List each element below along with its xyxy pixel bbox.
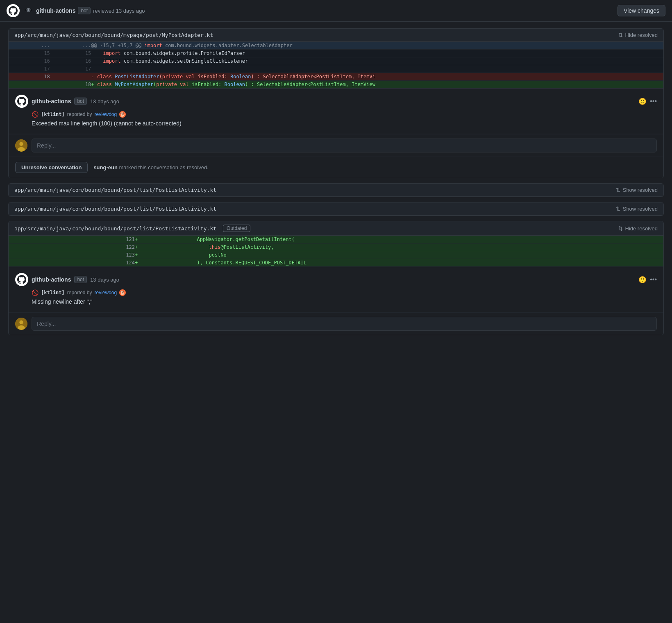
show-resolved-3[interactable]: ⇅ Show resolved <box>616 206 658 212</box>
svg-point-5 <box>18 325 25 330</box>
comment-header-4: github-actions bot 13 days ago 🙂 ••• <box>15 273 657 286</box>
comment-body-4: 🚫 [ktlint] reported by reviewdog 🐕 Missi… <box>32 289 657 306</box>
file-header-4: app/src/main/java/com/bound/bound/post/l… <box>9 221 663 236</box>
outdated-badge: Outdated <box>223 225 250 232</box>
comment-text-1: Exceeded max line length (100) (cannot b… <box>32 119 657 128</box>
reviewdog-link-1[interactable]: reviewdog <box>95 111 117 117</box>
diff-add-row: 18 + class MyPostAdapter(private val isE… <box>9 81 663 89</box>
comment-bot-badge-1: bot <box>74 98 87 105</box>
comment-item-4: github-actions bot 13 days ago 🙂 ••• 🚫 [… <box>9 267 663 312</box>
diff-hunk-row: ... ... @@ -15,7 +15,7 @@ import com.bou… <box>9 42 663 50</box>
avatar-github-actions-4 <box>15 273 28 286</box>
comment-time-4: 13 days ago <box>90 277 119 283</box>
comment-item-1: github-actions bot 13 days ago 🙂 ••• 🚫 [… <box>9 89 663 134</box>
view-changes-button[interactable]: View changes <box>618 5 665 16</box>
resolve-text-1: sung-eun marked this conversation as res… <box>93 164 208 171</box>
file-header-3: app/src/main/java/com/bound/bound/post/l… <box>9 202 663 216</box>
reviewdog-avatar-1: 🐕 <box>119 111 126 118</box>
file-path-1: app/src/main/java/com/bound/bound/mypage… <box>14 32 213 38</box>
svg-point-1 <box>19 142 23 146</box>
diff-add-row-121: 121 + AppNavigator.getPostDetailIntent( <box>9 236 663 243</box>
svg-point-2 <box>18 147 25 152</box>
diff-add-row-123: 123 + postNo <box>9 251 663 259</box>
reply-avatar-1 <box>15 139 27 152</box>
reported-by-text-4: reported by <box>67 290 92 296</box>
diff-row: 17 17 <box>9 65 663 73</box>
reviewed-time: reviewed 13 days ago <box>93 8 145 14</box>
collapse-icon-1: ⇅ <box>618 32 623 38</box>
file-block-mypostadapter: app/src/main/java/com/bound/bound/mypage… <box>8 28 664 178</box>
hide-resolved-1[interactable]: ⇅ Hide resolved <box>618 32 658 38</box>
comment-time-1: 13 days ago <box>90 98 119 105</box>
resolve-section-1: Unresolve conversation sung-eun marked t… <box>9 157 663 178</box>
reviewer-info: github-actions bot reviewed 13 days ago <box>36 7 613 14</box>
collapse-icon-3: ⇅ <box>616 206 620 212</box>
comment-header-1: github-actions bot 13 days ago 🙂 ••• <box>15 95 657 108</box>
diff-table-4: 121 + AppNavigator.getPostDetailIntent( … <box>9 236 663 267</box>
diff-del-row: 18 - class PostListAdapter(private val i… <box>9 73 663 81</box>
unresolve-button-1[interactable]: Unresolve conversation <box>15 162 88 173</box>
file-block-postlistactivity-2: app/src/main/java/com/bound/bound/post/l… <box>8 202 664 216</box>
show-resolved-2[interactable]: ⇅ Show resolved <box>616 187 658 193</box>
file-block-postlistactivity-outdated: app/src/main/java/com/bound/bound/post/l… <box>8 221 664 335</box>
no-entry-icon-4: 🚫 <box>32 289 39 296</box>
ktlint-badge-1: [ktlint] <box>41 111 65 117</box>
collapse-icon-2: ⇅ <box>616 187 620 193</box>
emoji-reaction-icon-4[interactable]: 🙂 <box>638 276 647 284</box>
file-path-2: app/src/main/java/com/bound/bound/post/l… <box>14 187 216 193</box>
file-header-1: app/src/main/java/com/bound/bound/mypage… <box>9 29 663 42</box>
reply-input-1[interactable]: Reply... <box>32 139 657 152</box>
reviewdog-avatar-4: 🐕 <box>119 289 126 296</box>
collapse-icon-4: ⇅ <box>618 225 623 232</box>
diff-row: 16 16 import com.bound.widgets.setOnSing… <box>9 57 663 65</box>
reviewer-name: github-actions <box>36 7 75 14</box>
comment-body-1: 🚫 [ktlint] reported by reviewdog 🐕 Excee… <box>32 111 657 128</box>
line-num-right: ... <box>50 42 91 50</box>
file-path-3: app/src/main/java/com/bound/bound/post/l… <box>14 206 216 212</box>
line-code: @@ -15,7 +15,7 @@ import com.bound.widge… <box>91 42 663 50</box>
avatar-github-actions-1 <box>15 95 28 108</box>
comment-author-4: github-actions <box>32 276 71 283</box>
diff-table-1: ... ... @@ -15,7 +15,7 @@ import com.bou… <box>9 42 663 89</box>
comment-actions-4: 🙂 ••• <box>638 276 657 284</box>
reply-box-4: Reply... <box>9 312 663 335</box>
comment-author-1: github-actions <box>32 98 71 105</box>
reply-input-4[interactable]: Reply... <box>32 317 657 331</box>
hide-resolved-4[interactable]: ⇅ Hide resolved <box>618 225 658 232</box>
diff-add-row-124: 124 + ), Constants.REQUEST_CODE_POST_DET… <box>9 259 663 267</box>
watch-icon[interactable]: 👁 <box>25 7 32 14</box>
ktlint-badge-4: [ktlint] <box>41 290 65 296</box>
reviewdog-link-4[interactable]: reviewdog <box>95 290 117 296</box>
comment-section-1: github-actions bot 13 days ago 🙂 ••• 🚫 [… <box>9 89 663 178</box>
more-options-icon-1[interactable]: ••• <box>650 98 657 105</box>
comment-section-4: github-actions bot 13 days ago 🙂 ••• 🚫 [… <box>9 267 663 335</box>
diff-row: 15 15 import com.bound.widgets.profile.P… <box>9 50 663 57</box>
more-options-icon-4[interactable]: ••• <box>650 276 657 283</box>
no-entry-icon-1: 🚫 <box>32 111 39 118</box>
emoji-reaction-icon-1[interactable]: 🙂 <box>638 98 647 105</box>
main-content: app/src/main/java/com/bound/bound/mypage… <box>0 22 672 342</box>
file-block-postlistactivity-1: app/src/main/java/com/bound/bound/post/l… <box>8 183 664 197</box>
comment-text-4: Missing newline after "," <box>32 298 657 306</box>
line-num-left: ... <box>9 42 50 50</box>
file-path-4: app/src/main/java/com/bound/bound/post/l… <box>14 225 216 232</box>
reply-avatar-4 <box>15 318 27 330</box>
comment-actions-1: 🙂 ••• <box>638 98 657 105</box>
svg-point-4 <box>19 321 23 324</box>
github-logo <box>7 4 20 17</box>
reported-by-text-1: reported by <box>67 111 92 117</box>
file-header-2: app/src/main/java/com/bound/bound/post/l… <box>9 184 663 197</box>
reply-box-1: Reply... <box>9 134 663 157</box>
top-bar: 👁 github-actions bot reviewed 13 days ag… <box>0 0 672 22</box>
comment-bot-badge-4: bot <box>74 276 87 283</box>
bot-badge: bot <box>78 7 91 14</box>
diff-add-row-122: 122 + this@PostListActivity, <box>9 243 663 251</box>
comment-error-line-4: 🚫 [ktlint] reported by reviewdog 🐕 <box>32 289 657 296</box>
comment-error-line-1: 🚫 [ktlint] reported by reviewdog 🐕 <box>32 111 657 118</box>
